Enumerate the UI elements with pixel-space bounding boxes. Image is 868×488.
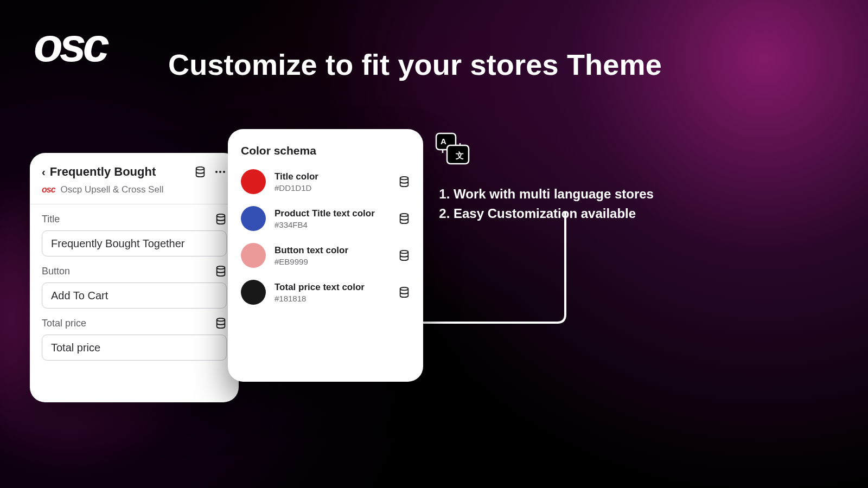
database-icon[interactable]	[194, 166, 206, 178]
database-icon[interactable]	[398, 213, 410, 224]
color-swatch	[241, 280, 266, 305]
svg-point-12	[400, 251, 409, 254]
database-icon[interactable]	[398, 176, 410, 188]
color-hex: #DD1D1D	[275, 183, 390, 192]
color-row[interactable]: Title color#DD1D1D	[241, 169, 410, 194]
feature-bullet: Work with multi language stores	[454, 184, 654, 204]
color-hex: #181818	[275, 294, 390, 303]
app-name: Oscp Upsell & Cross Sell	[61, 184, 164, 195]
settings-card: ‹ Frequently Bought osc Oscp Upsell & Cr…	[30, 153, 239, 402]
app-logo-icon: osc	[42, 185, 55, 195]
color-label: Product Title text color	[275, 208, 390, 219]
button-field-label: Button	[42, 266, 70, 277]
svg-point-10	[400, 177, 409, 180]
color-row[interactable]: Button text color#EB9999	[241, 243, 410, 268]
color-schema-card: Color schema Title color#DD1D1DProduct T…	[228, 129, 423, 382]
color-card-title: Color schema	[241, 144, 410, 157]
svg-point-11	[400, 214, 409, 217]
page-title: Customize to fit your stores Theme	[168, 48, 662, 81]
color-swatch	[241, 243, 266, 268]
database-icon[interactable]	[398, 249, 410, 261]
color-label: Title color	[275, 171, 390, 182]
svg-text:文: 文	[455, 151, 464, 160]
back-button[interactable]: ‹	[42, 166, 46, 178]
color-swatch	[241, 169, 266, 194]
color-hex: #EB9999	[275, 257, 390, 266]
svg-point-8	[217, 266, 225, 269]
more-button[interactable]	[214, 165, 227, 178]
database-icon[interactable]	[215, 213, 227, 225]
color-label: Button text color	[275, 245, 390, 256]
button-input[interactable]	[42, 282, 227, 309]
translate-icon: A 文	[433, 130, 472, 169]
color-label: Total price text color	[275, 282, 390, 293]
feature-bullet: Easy Customization available	[454, 204, 654, 223]
svg-point-13	[400, 287, 409, 291]
color-swatch	[241, 206, 266, 231]
color-hex: #334FB4	[275, 220, 390, 229]
title-input[interactable]	[42, 230, 227, 256]
svg-point-7	[217, 214, 225, 217]
color-row[interactable]: Total price text color#181818	[241, 280, 410, 305]
brand-logo: osc	[34, 28, 106, 62]
title-field-label: Title	[42, 214, 60, 225]
database-icon[interactable]	[215, 317, 227, 329]
svg-point-9	[217, 318, 225, 322]
svg-point-6	[196, 167, 205, 170]
feature-bullets: Work with multi language storesEasy Cust…	[438, 184, 654, 223]
color-row[interactable]: Product Title text color#334FB4	[241, 206, 410, 231]
totalprice-input[interactable]	[42, 335, 227, 361]
totalprice-field-label: Total price	[42, 318, 86, 329]
settings-card-title: Frequently Bought	[50, 165, 194, 179]
callout-connector	[419, 211, 570, 325]
database-icon[interactable]	[215, 265, 227, 277]
svg-text:A: A	[441, 137, 446, 146]
database-icon[interactable]	[398, 286, 410, 298]
